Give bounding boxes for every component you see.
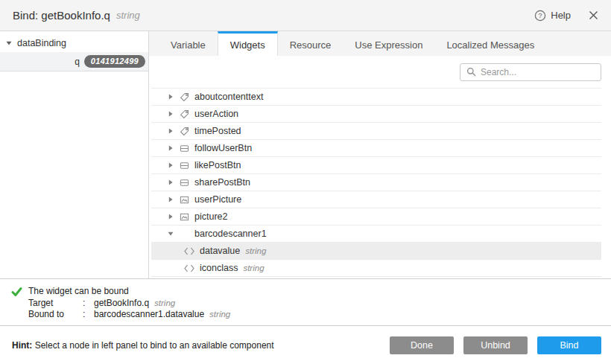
widget-label: aboutcontenttext [194,92,263,102]
hint-label: Hint: [12,340,32,351]
chevron-right-icon[interactable] [168,145,174,151]
search-icon [466,67,476,77]
tree-node-label: dataBinding [17,38,66,48]
target-value: getBookInfo.q [94,298,149,308]
dialog-body: dataBinding q 0141912499 Variable Widget… [0,31,611,278]
tag-icon [180,92,189,102]
status-bound-row: Bound to:barcodescanner1.datavaluestring [28,309,230,321]
colon: : [83,298,94,310]
chevron-right-icon[interactable] [168,179,174,185]
close-icon[interactable] [589,10,598,20]
code-icon [184,247,194,255]
tab-widgets[interactable]: Widgets [218,31,278,56]
question-circle-icon: ? [534,10,546,22]
widget-type: string [245,246,266,255]
widget-label: followUserBtn [194,143,252,153]
target-type: string [154,298,175,307]
status-lines: The widget can be bound Target:getBookIn… [28,286,230,325]
bind-dialog: Bind: getBookInfo.q string ? Help dataBi… [0,0,611,364]
button-icon [180,161,189,170]
chevron-right-icon[interactable] [168,94,174,100]
titlebar: Bind: getBookInfo.q string ? Help [0,0,611,31]
widget-row-datavalue[interactable]: datavalue string [151,243,601,260]
status-target-row: Target:getBookInfo.qstring [28,298,230,310]
tab-variable[interactable]: Variable [159,31,218,56]
tag-icon [180,109,189,119]
chevron-right-icon[interactable] [168,197,174,202]
chevron-right-icon[interactable] [168,214,174,220]
target-label: Target [28,298,83,310]
tabbar: Variable Widgets Resource Use Expression… [149,31,611,56]
search-box [460,63,601,81]
colon: : [83,309,94,321]
widget-row-barcodescanner1[interactable]: barcodescanner1 [151,226,601,243]
chevron-down-icon [6,40,12,46]
check-icon [11,287,22,325]
widget-row-aboutcontenttext[interactable]: aboutcontenttext [151,89,601,106]
chevron-right-icon[interactable] [168,128,174,134]
tab-use-expression[interactable]: Use Expression [343,31,434,56]
tab-resource[interactable]: Resource [278,31,344,56]
widget-label: userPicture [194,194,241,205]
widget-tree: aboutcontenttext userAction timePosted f… [151,88,601,278]
tree-node-databinding[interactable]: dataBinding [0,31,148,52]
widget-label: userAction [194,109,238,119]
bind-status: The widget can be bound Target:getBookIn… [0,278,611,325]
chevron-right-icon[interactable] [168,162,174,168]
tab-localized-messages[interactable]: Localized Messages [434,31,546,56]
hint-text: Hint: Select a node in left panel to bin… [12,340,274,351]
button-icon [180,178,189,188]
bound-label: Bound to [28,309,83,321]
widget-label: iconclass [200,263,238,273]
widget-row-timeposted[interactable]: timePosted [151,123,601,140]
help-label: Help [551,10,571,21]
widget-label: timePosted [194,126,241,136]
data-binding-panel: dataBinding q 0141912499 [0,31,149,278]
tree-node-label: q [75,57,80,67]
widget-row-followuserbtn[interactable]: followUserBtn [151,140,601,157]
widget-label: likePostBtn [194,160,241,170]
unbind-button[interactable]: Unbind [463,336,528,354]
widget-label: sharePostBtn [194,177,250,188]
titlebar-actions: ? Help [534,10,598,22]
main-content: Variable Widgets Resource Use Expression… [149,31,611,278]
dialog-title: Bind: getBookInfo.q [13,9,110,22]
chevron-right-icon[interactable] [168,111,174,117]
widget-label: picture2 [194,211,227,222]
code-icon [184,264,194,272]
help-button[interactable]: ? Help [534,10,571,22]
widget-row-sharepostbtn[interactable]: sharePostBtn [151,174,601,191]
image-icon [180,212,189,222]
chevron-down-icon[interactable] [168,231,174,237]
widget-row-useraction[interactable]: userAction [151,106,601,123]
value-badge: 0141912499 [84,55,145,68]
action-buttons: Done Unbind Bind [390,336,601,354]
widget-row-likepostbtn[interactable]: likePostBtn [151,157,601,174]
bind-button[interactable]: Bind [537,336,601,354]
widget-row-userpicture[interactable]: userPicture [151,191,601,208]
widget-row-iconclass[interactable]: iconclass string [151,260,601,277]
svg-text:?: ? [539,11,542,19]
bound-type: string [209,310,230,319]
dialog-title-type: string [116,10,140,21]
footer: Hint: Select a node in left panel to bin… [0,325,611,364]
search-row [149,56,611,88]
search-input[interactable] [481,67,595,77]
button-icon [180,144,189,153]
status-message: The widget can be bound [28,286,230,298]
done-button[interactable]: Done [390,336,454,354]
tree-node-q[interactable]: q 0141912499 [0,52,148,71]
tag-icon [180,127,189,136]
widget-label: barcodescanner1 [194,229,267,239]
image-icon [180,195,189,205]
bound-value: barcodescanner1.datavalue [94,309,204,319]
widget-label: datavalue [200,246,240,256]
widget-type: string [243,264,264,272]
widget-row-picture2[interactable]: picture2 [151,208,601,226]
